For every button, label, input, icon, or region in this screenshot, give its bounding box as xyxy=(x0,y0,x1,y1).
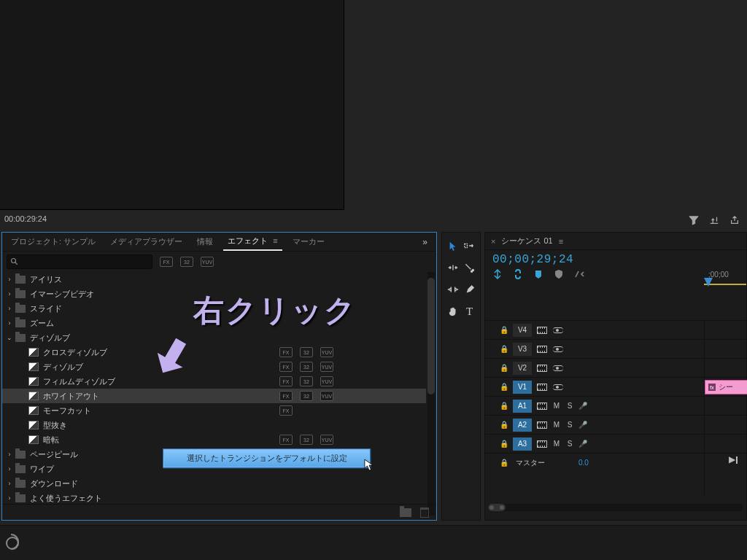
mute-a2[interactable]: M xyxy=(552,421,561,429)
clip-v1[interactable]: fx シー xyxy=(705,380,747,394)
source-patch-a3[interactable] xyxy=(536,439,548,449)
badge-32-icon[interactable]: 32 xyxy=(180,257,193,267)
source-patch-v1[interactable] xyxy=(536,382,548,392)
effects-folder[interactable]: ›よく使うエフェクト xyxy=(2,491,426,505)
delete-icon[interactable] xyxy=(420,508,429,518)
effects-item[interactable]: ホワイトアウトFX32YUV xyxy=(2,389,426,403)
output-toggle-v4[interactable] xyxy=(552,325,564,335)
sequence-title[interactable]: シーケンス 01 xyxy=(501,236,552,246)
track-v4[interactable]: 🔒 V4 xyxy=(485,320,704,339)
track-v2[interactable]: 🔒 V2 xyxy=(485,358,704,377)
source-patch-a1[interactable] xyxy=(536,401,548,411)
track-label-v4[interactable]: V4 xyxy=(513,324,532,337)
disclosure-icon[interactable]: › xyxy=(5,451,14,458)
disclosure-icon[interactable]: › xyxy=(5,465,14,472)
timeline-display-settings-icon[interactable] xyxy=(574,269,584,279)
ripple-edit-tool[interactable] xyxy=(445,257,460,278)
disclosure-icon[interactable]: › xyxy=(5,305,14,312)
badge-yuv-icon[interactable]: YUV xyxy=(201,257,214,267)
track-select-tool[interactable] xyxy=(462,236,477,256)
source-patch-v4[interactable] xyxy=(536,325,548,335)
track-label-v1[interactable]: V1 xyxy=(513,381,532,394)
timeline-panel-menu-icon[interactable]: ≡ xyxy=(559,237,563,246)
effects-item[interactable]: 暗転FX32YUV xyxy=(2,432,426,447)
track-label-v3[interactable]: V3 xyxy=(513,343,532,356)
effects-search-input[interactable] xyxy=(7,254,152,269)
disclosure-icon[interactable]: › xyxy=(5,480,14,487)
track-a3[interactable]: 🔒 A3 M S 🎤 xyxy=(485,434,704,453)
playhead-icon[interactable] xyxy=(704,278,713,287)
timeline-ruler[interactable]: ;00;00 xyxy=(704,262,746,297)
pen-tool[interactable] xyxy=(462,279,477,300)
close-sequence-icon[interactable]: × xyxy=(491,237,495,246)
track-master[interactable]: 🔒 マスター 0.0 xyxy=(485,453,704,472)
track-label-v2[interactable]: V2 xyxy=(513,362,532,375)
solo-a1[interactable]: S xyxy=(565,402,574,410)
source-patch-v2[interactable] xyxy=(536,363,548,373)
new-bin-icon[interactable] xyxy=(400,508,411,517)
linked-selection-icon[interactable] xyxy=(513,269,523,279)
mute-a3[interactable]: M xyxy=(552,440,561,448)
creative-cloud-icon[interactable] xyxy=(6,537,19,550)
effects-item[interactable]: クロスディゾルブFX32YUV xyxy=(2,345,426,359)
track-v1[interactable]: 🔒 V1 xyxy=(485,377,704,396)
master-value[interactable]: 0.0 xyxy=(578,459,589,467)
lock-icon[interactable]: 🔒 xyxy=(500,383,508,391)
track-label-a2[interactable]: A2 xyxy=(513,419,532,432)
solo-a3[interactable]: S xyxy=(565,440,574,448)
track-a1[interactable]: 🔒 A1 M S 🎤 xyxy=(485,396,704,415)
effects-item[interactable]: モーフカットFX xyxy=(2,403,426,418)
tab-effects[interactable]: エフェクト ≡ xyxy=(223,233,282,251)
track-label-a1[interactable]: A1 xyxy=(513,400,532,413)
razor-tool[interactable] xyxy=(462,257,477,278)
mute-a1[interactable]: M xyxy=(552,402,561,410)
disclosure-icon[interactable]: › xyxy=(5,276,14,283)
tab-markers[interactable]: マーカー xyxy=(288,233,329,250)
output-toggle-v2[interactable] xyxy=(552,363,564,373)
timeline-horizontal-scrollbar[interactable] xyxy=(488,504,743,511)
timeline-scrollbar-thumb[interactable] xyxy=(488,504,506,511)
lock-icon[interactable]: 🔒 xyxy=(500,402,508,410)
effects-folder[interactable]: ›ズーム xyxy=(2,316,426,330)
export-icon[interactable] xyxy=(729,215,740,227)
output-toggle-v3[interactable] xyxy=(552,344,564,354)
lock-icon[interactable]: 🔒 xyxy=(500,326,508,334)
lock-icon[interactable]: 🔒 xyxy=(500,459,508,467)
effects-folder[interactable]: ›スライド xyxy=(2,301,426,316)
panel-overflow-icon[interactable]: » xyxy=(418,237,432,247)
disclosure-icon[interactable]: › xyxy=(5,290,14,298)
type-tool[interactable]: T xyxy=(462,301,477,322)
disclosure-icon[interactable]: › xyxy=(5,494,14,502)
effects-scrollbar-thumb[interactable] xyxy=(427,278,435,394)
solo-a2[interactable]: S xyxy=(565,421,574,429)
effects-folder[interactable]: ›イマーシブビデオ xyxy=(2,287,426,301)
source-patch-v3[interactable] xyxy=(536,344,548,354)
voice-over-a1[interactable]: 🎤 xyxy=(578,402,586,410)
effects-folder[interactable]: ›アイリス xyxy=(2,272,426,287)
track-label-a3[interactable]: A3 xyxy=(513,438,532,451)
lock-icon[interactable]: 🔒 xyxy=(500,440,508,448)
effects-item[interactable]: フィルムディゾルブFX32YUV xyxy=(2,374,426,389)
timeline-track-body[interactable]: fx シー xyxy=(704,320,746,495)
effects-item[interactable]: 型抜き xyxy=(2,418,426,432)
voice-over-a2[interactable]: 🎤 xyxy=(578,421,586,429)
tab-project[interactable]: プロジェクト: サンプル xyxy=(7,233,100,250)
track-a2[interactable]: 🔒 A2 M S 🎤 xyxy=(485,415,704,434)
lock-icon[interactable]: 🔒 xyxy=(500,421,508,429)
output-toggle-v1[interactable] xyxy=(552,382,564,392)
source-patch-a2[interactable] xyxy=(536,420,548,430)
slip-tool[interactable] xyxy=(445,279,460,300)
context-set-default-transition[interactable]: 選択したトランジションをデフォルトに設定 xyxy=(163,449,370,467)
lock-icon[interactable]: 🔒 xyxy=(500,345,508,353)
panel-menu-icon[interactable]: ≡ xyxy=(273,236,277,245)
selection-tool[interactable] xyxy=(445,236,460,256)
tab-media-browser[interactable]: メディアブラウザー xyxy=(106,233,187,250)
voice-over-a3[interactable]: 🎤 xyxy=(578,440,586,448)
effects-item[interactable]: ディゾルブFX32YUV xyxy=(2,359,426,374)
add-marker-icon[interactable] xyxy=(533,269,543,279)
insert-icon[interactable] xyxy=(709,215,719,227)
badge-fx-icon[interactable]: FX xyxy=(160,257,173,267)
track-v3[interactable]: 🔒 V3 xyxy=(485,339,704,358)
disclosure-icon[interactable]: ⌄ xyxy=(5,334,14,341)
lock-icon[interactable]: 🔒 xyxy=(500,364,508,372)
